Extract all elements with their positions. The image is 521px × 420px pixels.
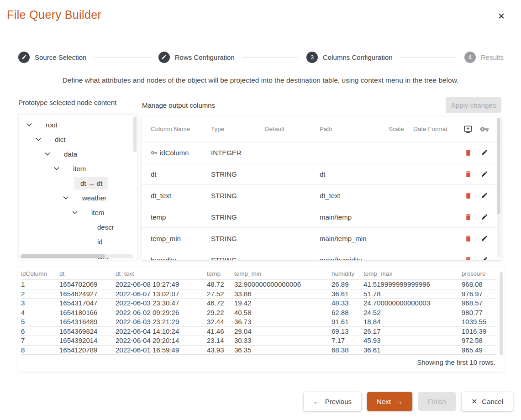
cell: 41.519999999999996	[363, 280, 462, 289]
data-preview-panel: idColumn dt dt_text temp temp_min humidi…	[18, 267, 505, 372]
delete-column-button[interactable]	[459, 149, 477, 157]
cancel-button[interactable]: ✕ Cancel	[462, 392, 513, 411]
tree-node-weather[interactable]: weather	[19, 190, 137, 205]
tree-horizontal-scrollbar[interactable]	[21, 254, 133, 258]
tree-node-item[interactable]: item	[19, 205, 137, 220]
tree-node-dt-mapped[interactable]: dt → dt	[19, 176, 137, 190]
preview-row: 6 1654369824 2022-06-04 14:10:24 41.46 2…	[21, 326, 496, 336]
preview-row: 4 1654180166 2022-06-02 09:29:26 29.22 4…	[21, 308, 496, 317]
add-column-icon[interactable]	[459, 124, 477, 134]
cell: 29.22	[207, 308, 234, 317]
column-name: temp	[151, 213, 166, 221]
preview-header-row: idColumn dt dt_text temp temp_min humidi…	[21, 270, 496, 280]
step-results[interactable]: 4 Results	[464, 52, 504, 63]
scrollbar-thumb[interactable]	[21, 254, 105, 258]
delete-column-button[interactable]	[459, 213, 477, 221]
step-label: Rows Configuration	[175, 53, 235, 61]
header-type: Type	[211, 126, 265, 132]
delete-column-button[interactable]	[459, 235, 477, 242]
cell: 26.89	[332, 280, 363, 289]
file-query-builder-dialog: File Query Builder ✕ Source Selection Ro…	[0, 0, 521, 420]
tree-node-item[interactable]: item	[19, 161, 137, 176]
cell: 968.57	[462, 299, 496, 308]
preview-header: dt	[59, 270, 116, 280]
chevron-down-icon	[35, 136, 42, 143]
apply-changes-button: Apply changes	[446, 97, 501, 113]
tree-node-dict[interactable]: dict	[19, 132, 137, 147]
key-icon[interactable]	[477, 125, 491, 134]
cell: 19.42	[234, 299, 332, 308]
tree-node-data[interactable]: data	[19, 147, 137, 161]
cell: 36.61	[363, 345, 462, 355]
tree-panel-label: Prototype selected node content	[18, 99, 116, 106]
stepper-connector	[94, 57, 151, 58]
cell: 1016.39	[462, 326, 496, 336]
column-path: main/temp	[320, 213, 389, 221]
pencil-icon	[158, 52, 170, 63]
column-type: INTEGER	[211, 149, 265, 157]
tree-node-root[interactable]: root	[19, 117, 137, 132]
step-source-selection[interactable]: Source Selection	[18, 52, 86, 63]
delete-column-button[interactable]	[459, 170, 477, 178]
step-number-badge: 3	[306, 52, 318, 63]
pencil-icon	[18, 52, 30, 63]
preview-header: temp_min	[234, 270, 332, 280]
step-label: Columns Configuration	[323, 53, 393, 61]
edit-column-button[interactable]	[477, 235, 491, 242]
edit-column-button[interactable]	[477, 192, 491, 199]
cell: 48.72	[207, 280, 234, 289]
tree-node-descr[interactable]: descr	[19, 220, 137, 234]
selected-node-highlight: dt → dt	[74, 177, 108, 189]
close-icon[interactable]: ✕	[498, 12, 505, 21]
chevron-down-icon	[71, 209, 79, 216]
header-column-name: Column Name	[151, 126, 211, 132]
column-name: dt_text	[151, 192, 171, 200]
chevron-down-icon	[62, 194, 69, 201]
stepper-connector	[242, 57, 299, 58]
column-type: STRING	[211, 235, 265, 242]
cell: 36.35	[234, 345, 332, 355]
delete-column-button[interactable]	[459, 256, 477, 261]
step-rows-configuration[interactable]: Rows Configuration	[158, 52, 235, 63]
column-type: STRING	[211, 192, 265, 200]
cell: 43.93	[207, 345, 234, 355]
cell: 2022-06-03 23:21:29	[116, 317, 207, 327]
column-type: STRING	[211, 256, 265, 261]
cell: 1	[21, 280, 59, 289]
cell: 23.14	[207, 336, 234, 346]
scrollbar-thumb[interactable]	[497, 118, 500, 215]
preview-table: idColumn dt dt_text temp temp_min humidi…	[21, 270, 496, 355]
scrollbar-track	[497, 215, 500, 257]
cell: 5	[21, 317, 59, 327]
previous-button[interactable]: ← Previous	[304, 392, 361, 411]
arrow-right-icon: →	[395, 398, 403, 405]
columns-vertical-scrollbar[interactable]	[497, 118, 500, 257]
edit-column-button[interactable]	[477, 213, 491, 220]
cell: 1654180166	[59, 308, 116, 317]
output-column-row: humidity STRING main/humidity	[142, 249, 501, 260]
step-columns-configuration[interactable]: 3 Columns Configuration	[306, 52, 393, 63]
delete-column-button[interactable]	[459, 192, 477, 200]
finish-button: Finish	[418, 392, 456, 411]
chevron-down-icon	[44, 150, 51, 158]
edit-column-button[interactable]	[477, 170, 491, 178]
column-name: humidity	[151, 256, 176, 261]
preview-row: 8 1654120789 2022-06-01 16:59:49 43.93 3…	[21, 345, 496, 355]
preview-header: pressure	[462, 270, 496, 280]
tree-vertical-scrollbar[interactable]	[133, 116, 137, 152]
edit-column-button[interactable]	[477, 256, 491, 260]
cell: 976.97	[462, 289, 496, 299]
column-name: temp_min	[151, 235, 181, 242]
next-button[interactable]: Next →	[367, 392, 412, 411]
tree-node-id[interactable]: id	[19, 234, 137, 249]
chevron-down-icon	[26, 121, 33, 128]
preview-vertical-scrollbar[interactable]	[500, 272, 503, 355]
cell: 68.38	[332, 345, 363, 355]
column-path: dt_text	[320, 192, 389, 200]
cell: 1654120789	[59, 345, 116, 355]
cell: 4	[21, 308, 59, 317]
cell: 1039.55	[462, 317, 496, 327]
preview-row: 2 1654624927 2022-06-07 13:02:07 27.52 3…	[21, 289, 496, 299]
edit-column-button[interactable]	[477, 149, 491, 156]
cell: 51.78	[363, 289, 462, 299]
